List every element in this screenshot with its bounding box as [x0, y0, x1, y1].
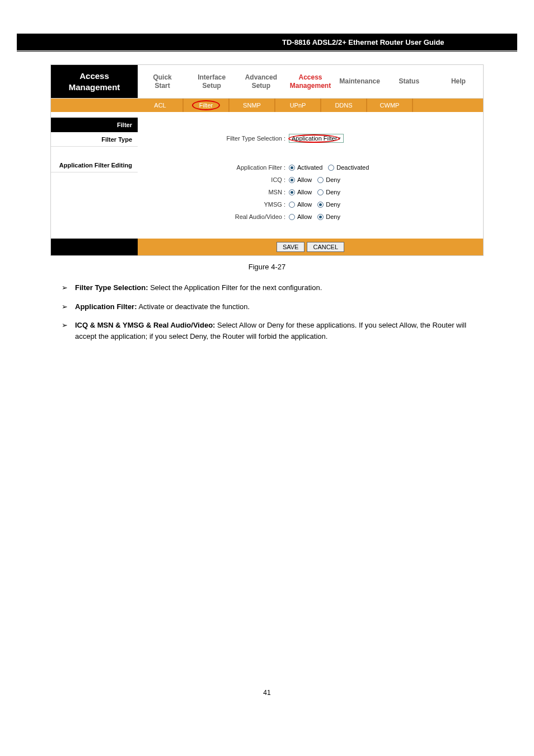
label-msn: MSN :: [138, 189, 289, 195]
arrow-icon: ➢: [62, 282, 75, 293]
radio-msn-allow[interactable]: [289, 189, 295, 195]
label-real-av: Real Audio/Video :: [138, 213, 289, 220]
label-icq: ICQ :: [138, 176, 289, 183]
sidebar-title-line2: Management: [69, 82, 120, 93]
subnav-ddns[interactable]: DDNS: [321, 99, 367, 112]
tab-access-management[interactable]: Access Management: [285, 65, 335, 98]
arrow-icon: ➢: [62, 301, 75, 312]
subnav-cwmp[interactable]: CWMP: [367, 99, 413, 112]
subnav-filter[interactable]: Filter: [184, 99, 229, 112]
sidebar-title-line1: Access: [79, 71, 109, 82]
section-filter-type: Filter Type: [51, 132, 138, 147]
list-item: ➢ Application Filter: Activate or deacti…: [62, 301, 472, 312]
tab-interface-setup[interactable]: Interface Setup: [187, 65, 236, 98]
tab-advanced-setup[interactable]: Advanced Setup: [236, 65, 285, 98]
router-ui-screenshot: Access Management Quick Start Interface …: [50, 64, 484, 256]
figure-caption: Figure 4-27: [17, 263, 517, 271]
tab-status[interactable]: Status: [385, 65, 434, 98]
radio-ymsg-allow[interactable]: [289, 202, 295, 208]
desc-text: Activate or deactivate the function.: [137, 302, 250, 311]
desc-term: Filter Type Selection:: [75, 283, 148, 292]
section-filter: Filter: [51, 118, 138, 132]
radio-realav-deny[interactable]: [317, 214, 324, 220]
label-application-filter: Application Filter :: [138, 164, 289, 171]
subnav-snmp[interactable]: SNMP: [229, 99, 275, 112]
tab-quick-start[interactable]: Quick Start: [138, 65, 187, 98]
save-button[interactable]: SAVE: [277, 242, 305, 252]
label-ymsg: YMSG :: [138, 201, 289, 208]
document-header: TD-8816 ADSL2/2+ Ethernet Router User Gu…: [277, 34, 517, 50]
label-filter-type-selection: Filter Type Selection :: [138, 135, 289, 142]
tab-help[interactable]: Help: [434, 65, 483, 98]
subnav-acl[interactable]: ACL: [138, 99, 184, 112]
desc-term: ICQ & MSN & YMSG & Real Audio/Video:: [75, 321, 215, 329]
tab-maintenance[interactable]: Maintenance: [335, 65, 385, 98]
page-number: 41: [17, 689, 517, 697]
cancel-button[interactable]: CANCEL: [307, 242, 344, 252]
radio-msn-deny[interactable]: [317, 189, 324, 195]
desc-text: Select the Application Filter for the ne…: [148, 283, 322, 292]
radio-deactivated[interactable]: [328, 165, 334, 171]
desc-term: Application Filter:: [75, 302, 137, 311]
radio-realav-allow[interactable]: [289, 214, 295, 220]
sidebar-title: Access Management: [51, 65, 138, 98]
radio-icq-deny[interactable]: [317, 177, 324, 183]
section-app-filter: Application Filter Editing: [51, 147, 138, 172]
radio-activated[interactable]: [289, 165, 295, 171]
filter-type-select[interactable]: Application Filter ▾: [289, 134, 344, 143]
arrow-icon: ➢: [62, 320, 75, 342]
list-item: ➢ Filter Type Selection: Select the Appl…: [62, 282, 472, 293]
list-item: ➢ ICQ & MSN & YMSG & Real Audio/Video: S…: [62, 320, 472, 342]
radio-icq-allow[interactable]: [289, 177, 295, 183]
subnav-upnp[interactable]: UPnP: [275, 99, 321, 112]
radio-ymsg-deny[interactable]: [317, 202, 324, 208]
chevron-down-icon: ▾: [338, 136, 341, 141]
